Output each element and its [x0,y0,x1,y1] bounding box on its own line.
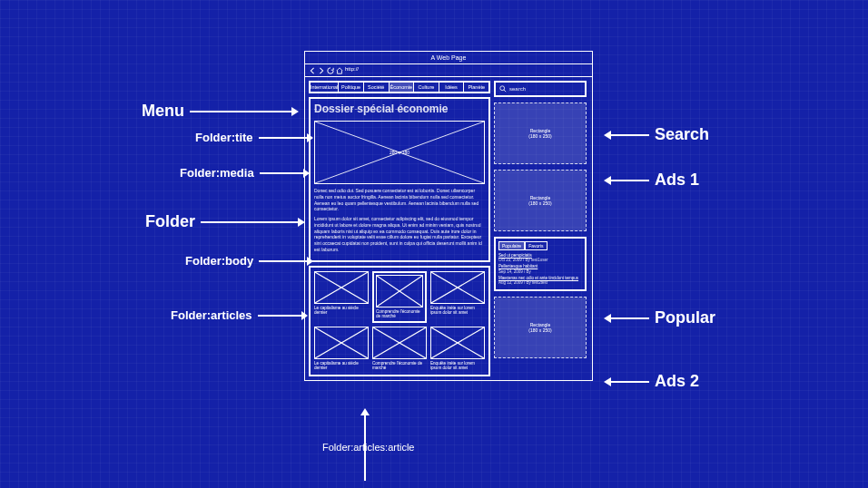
svg-line-15 [504,90,506,92]
arrow-left-icon [604,376,649,388]
window-title: A Web Page [305,52,592,64]
menu-item-international[interactable]: International [311,83,339,92]
svg-marker-32 [604,314,611,323]
folder-body-p1: Donec sed odio dui. Sed posuere consecte… [314,188,485,212]
arrow-left-icon [604,312,649,325]
article-card-featured[interactable]: Comprendre l'économie de marché [372,271,427,323]
browser-toolbar: http:// [305,64,592,77]
article-thumb [372,327,427,359]
arrow-right-icon [259,256,313,267]
anno-search: Search [604,125,709,144]
article-card[interactable]: Enquête inéte sur lorem ipsum dolor sit … [430,271,485,323]
ad-dim: (180 x 250) [528,200,551,206]
main-menu: International Politique Société Économie… [309,81,490,93]
popular-block: Populaire Favoris Sed ut perspiciatis Oc… [494,237,587,291]
anno-popular: Popular [604,308,715,327]
menu-item-planete[interactable]: Planète [464,83,488,92]
search-icon [499,85,507,93]
popular-item-meta: Sep 14, 2009 / By [498,269,582,274]
anno-folder: Folder [145,212,305,231]
popular-item-meta: Oct 23, 2009 / By test1user [498,258,582,262]
media-dim-label: 280 x 180 [390,150,409,155]
menu-item-politique[interactable]: Politique [339,83,364,92]
arrow-right-icon [201,216,305,229]
browser-window: A Web Page http:// International Politiq… [304,51,593,381]
ad-dim: (180 x 250) [528,133,551,139]
arrow-right-icon [190,105,299,118]
article-thumb [314,271,369,304]
svg-marker-34 [604,377,611,386]
popular-item[interactable]: Maecenas nec odio et ante tincidunt temp… [498,276,582,285]
menu-item-societe[interactable]: Société [364,83,390,92]
forward-icon[interactable] [318,67,325,74]
svg-marker-19 [307,133,313,142]
popular-item[interactable]: Sed ut perspiciatis Oct 23, 2009 / By te… [498,253,582,262]
menu-item-idees[interactable]: Idées [439,83,465,92]
anno-ads2: Ads 2 [604,372,699,391]
folder-block: Dossier spécial économie 280 x 180 Donec… [309,97,490,262]
svg-marker-36 [360,408,370,415]
svg-point-14 [500,86,505,91]
svg-marker-28 [604,131,611,140]
svg-marker-23 [298,218,305,227]
folder-media: 280 x 180 [314,121,485,184]
article-card[interactable]: Comprendre l'économie de marché [372,327,427,371]
arrow-left-icon [604,174,649,187]
anno-menu: Menu [142,102,299,121]
ad-slot-1[interactable]: Rectangle (180 x 250) [494,102,587,164]
tab-favoris[interactable]: Favoris [525,241,547,250]
anno-folder-articles: Folder:articles [171,308,308,322]
menu-item-economie[interactable]: Économie [390,83,415,92]
article-title: Comprendre l'économie de marché [372,361,427,371]
arrow-right-icon [259,132,313,143]
article-title: Le capitalisme au siècle dernier [314,361,369,371]
svg-marker-21 [303,169,310,178]
article-title: Enquête inéte sur lorem ipsum dolor sit … [430,361,485,371]
anno-ads1: Ads 1 [604,171,699,190]
search-placeholder: search [509,86,526,92]
arrow-right-icon [258,310,308,321]
anno-folder-article-label: Folder:articles:article [322,442,414,453]
popular-item-meta: Aug 12, 2009 / By test2test [498,280,582,285]
article-title: Comprendre l'économie de marché [376,309,423,319]
article-card[interactable]: Le capitalisme au siècle dernier [314,327,369,371]
ad-dim: (180 x 250) [528,327,551,333]
svg-marker-27 [301,311,308,320]
svg-marker-17 [291,107,299,116]
anno-folder-title: Folder:tite [195,131,313,144]
tab-populaire[interactable]: Populaire [498,241,525,250]
article-thumb [430,327,485,359]
popular-tabs: Populaire Favoris [498,241,582,250]
reload-icon[interactable] [327,67,334,74]
folder-body-p2: Lorem ipsum dolor sit amet, consectetur … [314,216,485,253]
article-title: Le capitalisme au siècle dernier [314,306,369,316]
search-box[interactable]: search [494,81,587,97]
folder-body: Donec sed odio dui. Sed posuere consecte… [314,188,485,257]
article-thumb [314,327,369,359]
arrow-left-icon [604,129,649,142]
article-thumb [430,271,485,304]
anno-folder-media: Folder:media [180,166,310,180]
home-icon[interactable] [336,67,343,74]
svg-marker-30 [604,176,611,185]
article-title: Enquête inéte sur lorem ipsum dolor sit … [430,306,485,316]
page-content: International Politique Société Économie… [305,77,592,380]
ad-slot-2[interactable]: Rectangle (180 x 250) [494,170,587,231]
article-thumb [376,275,423,307]
folder-articles: Le capitalisme au siècle dernier Compren… [309,266,490,376]
article-card[interactable]: Le capitalisme au siècle dernier [314,271,369,323]
url-bar[interactable]: http:// [345,66,588,74]
arrow-right-icon [260,168,310,179]
article-card[interactable]: Enquête inéte sur lorem ipsum dolor sit … [430,327,485,371]
menu-item-culture[interactable]: Culture [414,83,439,92]
folder-title: Dossier spécial économie [314,102,485,117]
popular-item[interactable]: Pellentesque habitant Sep 14, 2009 / By [498,264,582,273]
back-icon[interactable] [309,67,316,74]
ad-slot-3[interactable]: Rectangle (180 x 250) [494,297,587,358]
svg-marker-25 [307,257,313,266]
anno-folder-body: Folder:body [185,254,313,268]
